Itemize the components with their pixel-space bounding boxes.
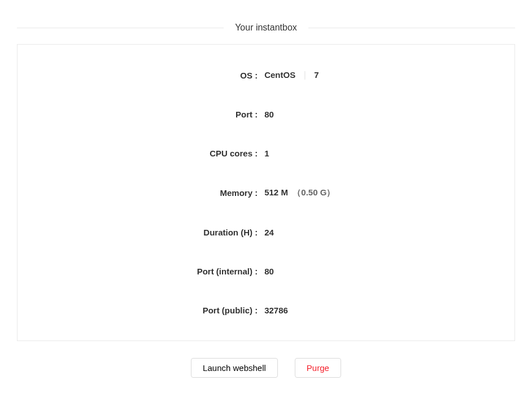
os-name: CentOS [261, 70, 295, 80]
cpu-label: CPU cores : [18, 149, 261, 158]
duration-value: 24 [261, 228, 274, 237]
launch-webshell-button[interactable]: Launch webshell [191, 358, 278, 378]
divider-line-right [308, 28, 515, 28]
port-row: Port : 80 [18, 101, 514, 128]
port-public-row: Port (public) : 32786 [18, 297, 514, 324]
port-internal-value: 80 [261, 267, 274, 276]
memory-value-wrap: 512 M （0.50 G） [261, 187, 335, 198]
os-label: OS : [18, 71, 261, 80]
section-title: Your instantbox [224, 23, 308, 33]
cpu-value: 1 [261, 149, 269, 158]
instance-details-card: OS : CentOS | 7 Port : 80 CPU cores : 1 … [17, 44, 515, 341]
memory-label: Memory : [18, 188, 261, 198]
section-divider: Your instantbox [17, 23, 515, 33]
purge-button[interactable]: Purge [295, 358, 341, 378]
port-public-label: Port (public) : [18, 305, 261, 315]
port-public-value: 32786 [261, 305, 288, 315]
port-value: 80 [261, 110, 274, 119]
duration-row: Duration (H) : 24 [18, 219, 514, 246]
memory-row: Memory : 512 M （0.50 G） [18, 179, 514, 207]
os-row: OS : CentOS | 7 [18, 62, 514, 89]
port-internal-row: Port (internal) : 80 [18, 258, 514, 285]
duration-label: Duration (H) : [18, 228, 261, 237]
os-version: 7 [314, 70, 319, 80]
os-value: CentOS | 7 [261, 70, 319, 80]
os-separator: | [298, 70, 312, 80]
divider-line-left [17, 28, 224, 28]
memory-value: 512 M [261, 187, 288, 197]
cpu-row: CPU cores : 1 [18, 140, 514, 167]
port-internal-label: Port (internal) : [18, 267, 261, 276]
memory-note: （0.50 G） [290, 187, 335, 197]
action-button-row: Launch webshell Purge [0, 358, 532, 378]
port-label: Port : [18, 110, 261, 119]
